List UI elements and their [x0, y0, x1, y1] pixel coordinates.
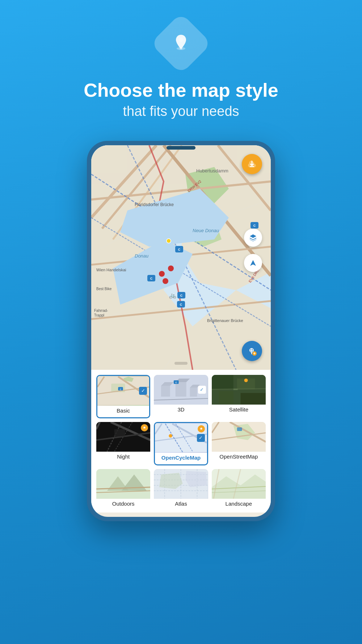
svg-text:Fahrrad-: Fahrrad- [94, 309, 108, 313]
landscape-label: Landscape [212, 499, 266, 509]
style-tile-landscape[interactable]: Landscape [212, 469, 266, 513]
atlas-label: Atlas [154, 499, 208, 509]
outdoors-label: Outdoors [96, 499, 150, 509]
svg-text:Floridsdorfer Brücke: Floridsdorfer Brücke [135, 202, 174, 207]
main-headline: Choose the map style [84, 80, 278, 101]
3d-label: 3D [154, 405, 208, 415]
svg-rect-66 [161, 386, 170, 397]
svg-rect-81 [233, 389, 237, 390]
svg-text:Best Bike: Best Bike [96, 287, 112, 291]
openstreetmap-label: OpenStreetMap [212, 452, 266, 462]
svg-text:C: C [180, 303, 182, 306]
svg-point-25 [159, 271, 165, 277]
svg-rect-76 [212, 375, 233, 389]
map-scroll-indicator [174, 362, 188, 365]
svg-rect-68 [176, 382, 186, 397]
style-tile-night[interactable]: ★ Night [96, 422, 150, 465]
style-tile-basic-img: C ✓ [97, 376, 149, 406]
svg-text:Brigittenauer Brücke: Brigittenauer Brücke [207, 318, 243, 323]
svg-point-24 [168, 265, 174, 271]
navigate-button[interactable] [244, 254, 262, 272]
location-pin-icon [172, 33, 190, 54]
night-label: Night [96, 452, 150, 462]
3d-check-icon: ✓ [198, 386, 206, 394]
svg-rect-70 [190, 388, 197, 397]
svg-text:Neue Donau: Neue Donau [193, 228, 219, 233]
svg-text:Wien Handelskai: Wien Handelskai [96, 268, 126, 272]
style-tile-landscape-img [212, 469, 266, 499]
download-button[interactable] [242, 154, 262, 174]
phone-notch [167, 146, 195, 150]
headline-section: Choose the map style that fits your need… [84, 80, 278, 119]
style-tile-openstreetmap[interactable]: OpenStreetMap [212, 422, 266, 465]
sub-headline: that fits your needs [84, 104, 278, 119]
map-styles-panel: C ✓ Basic [91, 370, 271, 513]
style-tile-satellite-img [212, 375, 266, 405]
svg-text:C: C [120, 388, 121, 390]
map-area: C C C C C Hubertusdamm Floridsdorfer Brü… [91, 145, 271, 370]
style-tile-outdoors[interactable]: Outdoors [96, 469, 150, 513]
svg-point-82 [244, 379, 248, 382]
app-logo-diamond [150, 13, 212, 74]
svg-marker-117 [186, 471, 207, 487]
style-tile-atlas-img [154, 469, 208, 499]
svg-rect-79 [240, 393, 266, 405]
svg-text:🚲: 🚲 [169, 292, 176, 299]
style-tile-satellite[interactable]: Satellite [212, 375, 266, 418]
style-tile-outdoors-img [96, 469, 150, 499]
svg-rect-102 [237, 427, 242, 431]
svg-marker-50 [250, 234, 256, 238]
phone-mockup: C C C C C Hubertusdamm Floridsdorfer Brü… [87, 141, 275, 521]
svg-text:Hubertusdamm: Hubertusdamm [196, 168, 228, 173]
svg-text:Trappl: Trappl [94, 313, 104, 317]
satellite-label: Satellite [212, 405, 266, 415]
svg-point-48 [167, 239, 171, 243]
svg-text:C: C [253, 224, 256, 227]
svg-line-80 [212, 389, 266, 389]
style-tile-opencyclemap-img: ★ ✓ [155, 423, 207, 453]
style-tile-3d-img: C ✓ [154, 375, 208, 405]
basic-label: Basic [97, 406, 149, 416]
svg-marker-51 [250, 260, 256, 266]
svg-point-96 [169, 434, 173, 438]
style-tile-openstreetmap-img [212, 422, 266, 452]
svg-text:C: C [150, 277, 153, 280]
add-poi-button[interactable]: + [242, 341, 262, 361]
svg-point-26 [163, 278, 168, 284]
svg-point-1 [179, 38, 183, 42]
svg-text:C: C [178, 248, 181, 251]
svg-rect-89 [114, 429, 125, 436]
opencyclemap-badge: ★ [198, 425, 205, 432]
svg-text:C: C [180, 294, 183, 297]
style-tile-opencyclemap[interactable]: ★ ✓ OpenCycleMap [154, 422, 208, 465]
svg-text:C: C [176, 381, 177, 384]
map-svg: C C C C C Hubertusdamm Floridsdorfer Brü… [91, 145, 271, 370]
style-tile-atlas[interactable]: Atlas [154, 469, 208, 513]
night-badge: ★ [141, 424, 148, 431]
style-tile-night-img: ★ [96, 422, 150, 452]
layers-button[interactable] [244, 229, 262, 247]
svg-text:+: + [253, 351, 256, 356]
style-tile-basic[interactable]: C ✓ Basic [96, 375, 150, 418]
opencyclemap-check-icon: ✓ [197, 434, 205, 442]
svg-text:Donau: Donau [135, 253, 148, 259]
opencyclemap-label: OpenCycleMap [155, 453, 207, 463]
basic-check-icon: ✓ [139, 387, 147, 395]
phone-screen: C C C C C Hubertusdamm Floridsdorfer Brü… [91, 145, 271, 517]
svg-rect-78 [219, 391, 233, 404]
style-tile-3d[interactable]: C ✓ 3D [154, 375, 208, 418]
